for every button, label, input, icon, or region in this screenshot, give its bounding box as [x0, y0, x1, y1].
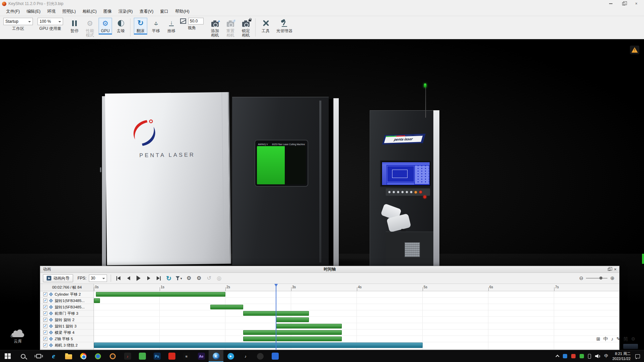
zoom-in-icon[interactable]: ⊕ — [610, 275, 614, 281]
tray-wechat[interactable] — [580, 354, 584, 358]
track-row[interactable]: ✓相机 3 绕轨 2 — [40, 342, 94, 349]
menu-item-图像[interactable]: 图像 — [100, 8, 115, 15]
menu-item-文件(F)[interactable]: 文件(F) — [3, 8, 23, 15]
skip-to-start-button[interactable] — [115, 275, 122, 282]
animation-bar[interactable] — [243, 330, 342, 335]
close-panel-icon[interactable]: × — [614, 267, 616, 272]
loop-button[interactable]: ↻ — [165, 275, 173, 282]
track-checkbox[interactable]: ✓ — [43, 343, 47, 347]
timeline-playhead[interactable] — [276, 284, 276, 350]
track-lane[interactable] — [94, 291, 619, 298]
track-row[interactable]: ✓前滑门 平移 3 — [40, 310, 94, 317]
track-row[interactable]: ✓旋转1(5FB3485... — [40, 304, 94, 310]
task-view-button[interactable] — [31, 350, 46, 362]
tray-ime[interactable]: 中 — [604, 353, 608, 359]
zoom-out-icon[interactable]: ⊖ — [579, 275, 584, 281]
timeline-settings-button[interactable]: ⚙ — [185, 275, 193, 282]
taskbar-app-keyshot[interactable]: K — [209, 350, 223, 362]
skip-to-end-button[interactable] — [155, 275, 163, 282]
taskbar-app-sketch-app[interactable]: ≈ — [179, 350, 194, 362]
start-button[interactable] — [0, 350, 15, 362]
taskbar-app-file-explorer[interactable] — [61, 350, 76, 362]
track-lane[interactable] — [94, 304, 619, 310]
animation-bar[interactable] — [96, 292, 225, 297]
search-button[interactable] — [15, 350, 31, 362]
taskbar-app-after-effects[interactable]: Ae — [194, 350, 209, 362]
restore-button[interactable] — [618, 0, 629, 7]
track-checkbox[interactable]: ✓ — [43, 330, 47, 335]
gpu-mode-button[interactable]: ⚙ GPU — [99, 18, 112, 35]
tray-expand[interactable] — [556, 355, 559, 358]
reset-camera-button[interactable]: ↺ 重置 相机 — [224, 18, 237, 39]
record-button[interactable]: ◎ — [215, 275, 223, 282]
viewport-warning-button[interactable]: ! — [630, 46, 639, 54]
pause-button[interactable]: 暂停 — [68, 18, 81, 34]
track-checkbox[interactable]: ✓ — [43, 292, 47, 296]
menu-item-窗口[interactable]: 窗口 — [157, 8, 172, 15]
tools-button[interactable]: 工具 — [259, 18, 272, 34]
taskbar-clock[interactable]: 8:21 周二 2022/11/22 — [612, 351, 631, 361]
animation-bar[interactable] — [276, 324, 342, 328]
menu-item-查看(V)[interactable]: 查看(V) — [136, 8, 157, 15]
track-row[interactable]: ✓Z轴 平移 5 — [40, 336, 94, 342]
cloud-library-button[interactable]: ⚙ 云库 — [6, 330, 30, 344]
track-row[interactable]: ✓旋转1 旋转 3 — [40, 323, 94, 329]
animation-bar[interactable] — [94, 343, 423, 348]
tray-app-red[interactable] — [571, 354, 576, 358]
gpu-usage-select[interactable]: 100 % — [38, 18, 63, 25]
taskbar-app-blue-netdisk[interactable] — [268, 350, 282, 362]
taskbar-app-green-browser[interactable] — [91, 350, 105, 362]
menu-item-照明(L)[interactable]: 照明(L) — [59, 8, 79, 15]
track-row[interactable]: ✓Cylinder 平移 2 — [40, 291, 94, 298]
track-lane[interactable] — [94, 329, 619, 336]
taskbar-app-red-app[interactable] — [164, 350, 179, 362]
menu-item-相机(C)[interactable]: 相机(C) — [79, 8, 100, 15]
denoise-button[interactable]: 去噪 — [114, 18, 127, 34]
menu-item-编辑(E)[interactable]: 编辑(E) — [23, 8, 44, 15]
render-settings-button[interactable]: ⚙ — [195, 275, 203, 282]
taskbar-app-photoshop[interactable]: Ps — [150, 350, 164, 362]
track-row[interactable]: ✓横梁 平移 4 — [40, 329, 94, 336]
light-manager-button[interactable]: 光管理器 — [274, 18, 294, 34]
workspace-select[interactable]: Startup — [3, 18, 33, 25]
tumble-button[interactable]: ↻ 翻滚 — [134, 18, 147, 35]
track-row[interactable]: ✓旋转 旋转 2 — [40, 317, 94, 323]
zoom-slider-handle[interactable] — [599, 277, 602, 280]
taskbar-app-media-player[interactable] — [105, 350, 120, 362]
track-lane[interactable] — [94, 298, 619, 304]
performance-mode-button[interactable]: ⚙ 性能 模式 — [83, 18, 97, 39]
animation-bar[interactable] — [243, 337, 342, 341]
tray-phone[interactable] — [588, 354, 591, 359]
animation-bar[interactable] — [94, 298, 100, 303]
action-center-icon[interactable] — [635, 354, 640, 358]
track-lane[interactable] — [94, 310, 619, 317]
tray-volume[interactable] — [595, 354, 600, 358]
taskbar-app-music-player[interactable]: ♪ — [120, 350, 135, 362]
track-row[interactable]: ✓旋转1(5FB3485... — [40, 298, 94, 304]
ime-sound-icon[interactable]: ♪ — [611, 337, 613, 341]
track-checkbox[interactable]: ✓ — [43, 318, 47, 322]
menu-item-环境[interactable]: 环境 — [44, 8, 59, 15]
fps-select[interactable]: 30 — [89, 275, 107, 282]
ime-pen-icon[interactable]: ✎ — [616, 337, 621, 341]
add-camera-button[interactable]: + 添加 相机 — [208, 18, 222, 39]
tray-app-blue[interactable] — [563, 354, 567, 358]
ime-lang-icon[interactable]: 中 — [603, 337, 608, 341]
track-lane[interactable] — [94, 323, 619, 329]
track-checkbox[interactable]: ✓ — [43, 324, 47, 328]
taskbar-app-telegram[interactable]: ▸ — [223, 350, 238, 362]
menu-item-渲染(R)[interactable]: 渲染(R) — [115, 8, 136, 15]
timeline-ruler[interactable]: 0s1s2s3s4s5s6s7s — [94, 284, 619, 291]
track-lane[interactable] — [94, 342, 619, 349]
taskbar-app-chrome-browser[interactable] — [76, 350, 91, 362]
close-button[interactable]: × — [631, 0, 642, 7]
timeline-track-area[interactable]: 0s1s2s3s4s5s6s7s — [94, 284, 619, 350]
track-lane[interactable] — [94, 317, 619, 323]
animation-bar[interactable] — [276, 317, 309, 322]
filter-button[interactable]: ▾ — [175, 275, 183, 282]
taskbar-app-green-app[interactable] — [135, 350, 150, 362]
track-checkbox[interactable]: ✓ — [43, 311, 47, 315]
ime-simplified-icon[interactable]: 简 — [623, 337, 628, 341]
ime-settings-icon[interactable]: ⚙ — [631, 337, 635, 341]
dolly-button[interactable]: ↓ 推移 — [165, 18, 178, 34]
